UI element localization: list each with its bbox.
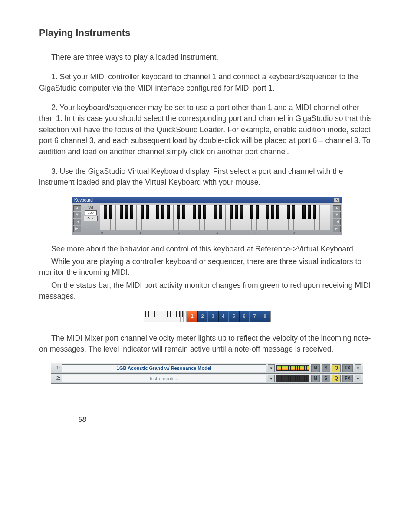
scroll-first-button[interactable]: |◀ <box>333 219 341 225</box>
white-key[interactable] <box>294 205 299 230</box>
white-key[interactable] <box>252 205 257 230</box>
white-key[interactable] <box>210 205 215 230</box>
midi-port-button[interactable]: 4 <box>218 311 229 322</box>
white-key[interactable] <box>241 205 246 230</box>
velocity-value[interactable]: 100 <box>85 210 97 215</box>
white-key[interactable] <box>158 205 163 230</box>
midi-port-button[interactable]: 5 <box>229 311 239 322</box>
white-key[interactable] <box>315 205 320 230</box>
white-key[interactable] <box>268 205 273 230</box>
keyboard-right-controls: ▲ ▼ |◀ ▶| <box>333 205 341 232</box>
white-key[interactable] <box>289 205 294 230</box>
white-key[interactable] <box>142 205 147 230</box>
white-key[interactable] <box>184 205 189 230</box>
white-key[interactable] <box>131 205 137 230</box>
white-key[interactable] <box>168 205 174 230</box>
scroll-last-button[interactable]: ▶| <box>333 226 341 232</box>
white-key[interactable] <box>100 205 105 230</box>
octave-label: 1 <box>138 230 177 235</box>
octave-label: 2 <box>177 230 215 235</box>
white-key[interactable] <box>246 205 252 230</box>
fx-dropdown[interactable]: ▼ <box>355 375 361 382</box>
midi-port-button[interactable]: 7 <box>250 311 260 322</box>
after-kbd-paragraph-1: See more about the behavior and control … <box>39 244 375 255</box>
instrument-dropdown[interactable]: ▼ <box>268 375 275 382</box>
octave-up-button[interactable]: ▲ <box>333 205 341 211</box>
octave-label: 0 <box>100 230 138 235</box>
quicksound-button[interactable]: Q <box>332 375 341 382</box>
channel-index: 2: <box>53 375 60 382</box>
white-key[interactable] <box>278 205 283 230</box>
port-activity-monitor: 12345678 <box>144 311 271 322</box>
white-key[interactable] <box>231 205 236 230</box>
octave-label: 5 <box>292 230 330 235</box>
velocity-label: Vel <box>88 205 93 210</box>
white-key[interactable] <box>262 205 267 230</box>
white-key[interactable] <box>116 205 121 230</box>
white-key[interactable] <box>179 205 184 230</box>
white-key[interactable] <box>147 205 152 230</box>
white-key[interactable] <box>273 205 278 230</box>
white-key[interactable] <box>105 205 111 230</box>
white-key[interactable] <box>121 205 126 230</box>
white-key[interactable] <box>215 205 220 230</box>
velocity-meter <box>276 365 309 371</box>
midi-port-button[interactable]: 8 <box>260 311 270 322</box>
white-key[interactable] <box>304 205 309 230</box>
white-key[interactable] <box>111 205 116 230</box>
white-key[interactable] <box>220 205 226 230</box>
mixer-row: 2:Instruments...▼MSQFX▼ <box>51 374 363 384</box>
fx-button[interactable]: FX <box>342 364 353 372</box>
white-key[interactable] <box>152 205 158 230</box>
white-key[interactable] <box>325 205 330 230</box>
midi-port-button[interactable]: 1 <box>187 311 197 322</box>
white-key[interactable] <box>137 205 142 230</box>
close-icon[interactable]: × <box>334 198 340 203</box>
solo-button[interactable]: S <box>322 364 330 372</box>
white-key[interactable] <box>257 205 262 230</box>
instrument-name-field[interactable]: Instruments... <box>62 375 266 382</box>
page-number: 58 <box>78 415 375 425</box>
mute-button[interactable]: M <box>311 364 320 372</box>
octave-down-button[interactable]: ▼ <box>73 212 81 218</box>
auto-button[interactable]: Auto <box>84 216 98 221</box>
white-key[interactable] <box>200 205 205 230</box>
instrument-name-field[interactable]: 1GB Acoustic Grand w/ Resonance Model <box>62 364 266 372</box>
white-key[interactable] <box>283 205 289 230</box>
mini-keyboard-icon <box>144 311 187 322</box>
after-ports-paragraph: The MIDI Mixer port channel velocity met… <box>39 333 375 355</box>
fx-button[interactable]: FX <box>342 375 353 382</box>
white-key[interactable] <box>226 205 231 230</box>
scroll-first-button[interactable]: |◀ <box>73 219 81 225</box>
solo-button[interactable]: S <box>322 375 330 382</box>
white-key[interactable] <box>236 205 241 230</box>
white-key[interactable] <box>309 205 315 230</box>
instrument-dropdown[interactable]: ▼ <box>268 364 275 372</box>
keyboard-titlebar: Keyboard × <box>72 197 342 203</box>
white-key[interactable] <box>299 205 304 230</box>
keyboard-left-controls: ▲ ▼ |◀ ▶| <box>73 205 81 232</box>
keyboard-title-text: Keyboard <box>74 197 93 203</box>
white-key[interactable] <box>189 205 194 230</box>
quicksound-button[interactable]: Q <box>332 364 341 372</box>
white-key[interactable] <box>163 205 168 230</box>
scroll-last-button[interactable]: ▶| <box>73 226 81 232</box>
white-key[interactable] <box>205 205 210 230</box>
midi-port-button[interactable]: 2 <box>197 311 208 322</box>
white-key[interactable] <box>126 205 131 230</box>
velocity-panel: Vel 100 Auto <box>84 205 98 232</box>
channel-index: 1: <box>53 365 60 372</box>
white-key[interactable] <box>174 205 179 230</box>
mute-button[interactable]: M <box>311 375 320 382</box>
after-kbd-paragraph-3: On the status bar, the MIDI port activit… <box>39 280 375 302</box>
keyboard-window: Keyboard × ▲ ▼ |◀ ▶| Vel 100 Auto 012345… <box>72 197 342 235</box>
white-key[interactable] <box>320 205 325 230</box>
fx-dropdown[interactable]: ▼ <box>355 364 361 372</box>
white-key[interactable] <box>194 205 200 230</box>
midi-port-button[interactable]: 3 <box>208 311 218 322</box>
midi-port-button[interactable]: 6 <box>239 311 250 322</box>
octave-down-button[interactable]: ▼ <box>333 212 341 218</box>
piano-keys[interactable]: 012345 <box>100 205 330 230</box>
port-activity-figure: 12345678 <box>39 311 375 324</box>
octave-up-button[interactable]: ▲ <box>73 205 81 211</box>
